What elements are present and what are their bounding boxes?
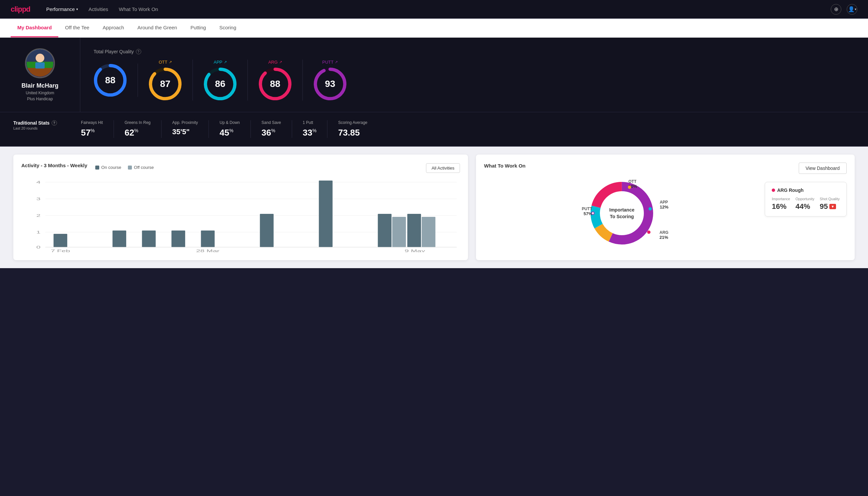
arrow-up-icon: ↗	[279, 60, 282, 64]
app-edge-dot	[648, 207, 652, 211]
app-logo: clippd	[11, 5, 30, 14]
player-handicap: Plus Handicap	[27, 97, 53, 101]
legend: On course Off course	[95, 165, 154, 170]
help-icon[interactable]: ?	[136, 49, 141, 54]
legend-dot-on-course	[95, 166, 99, 170]
nav-icons: ⊕ 👤 ▾	[831, 4, 857, 15]
donut-app: 86	[204, 67, 237, 100]
chevron-down-icon: ▾	[76, 7, 78, 11]
svg-rect-31	[260, 214, 273, 247]
tab-my-dashboard[interactable]: My Dashboard	[11, 19, 58, 37]
svg-text:28 Mar: 28 Mar	[196, 249, 220, 252]
stat-greens-in-reg: Greens In Reg 62%	[114, 120, 161, 138]
score-app-value: 86	[215, 79, 225, 89]
what-to-work-on-card: What To Work On View Dashboard	[476, 155, 855, 260]
svg-rect-26	[53, 234, 67, 247]
tab-bar: My Dashboard Off the Tee Approach Around…	[0, 19, 868, 37]
tab-scoring[interactable]: Scoring	[212, 19, 243, 37]
nav-links: Performance ▾ Activities What To Work On	[46, 6, 831, 12]
legend-dot-off-course	[128, 166, 132, 170]
score-overall: 88	[94, 64, 138, 97]
score-putt: PUTT ↗ 93	[303, 60, 358, 100]
svg-rect-32	[319, 181, 332, 247]
user-menu-button[interactable]: 👤 ▾	[847, 4, 857, 15]
putt-label-outside: PUTT 57%	[582, 206, 592, 216]
donut-arg: 88	[258, 67, 292, 100]
traditional-stats-group: Traditional Stats ? Last 20 rounds	[13, 120, 57, 130]
wtwo-card-header: What To Work On View Dashboard	[484, 162, 847, 174]
svg-rect-34	[392, 217, 406, 247]
tab-approach[interactable]: Approach	[96, 19, 130, 37]
nav-activities[interactable]: Activities	[89, 6, 108, 12]
putt-label: PUTT ↗	[322, 60, 338, 65]
svg-rect-27	[113, 231, 126, 247]
player-avatar	[25, 48, 55, 78]
help-icon[interactable]: ?	[52, 120, 57, 126]
arrow-up-icon: ↗	[224, 60, 227, 64]
svg-text:Importance: Importance	[609, 207, 634, 213]
svg-text:7 Feb: 7 Feb	[51, 249, 70, 252]
donut-putt: 93	[313, 67, 347, 100]
putt-edge-dot	[591, 212, 595, 215]
total-quality-label: Total Player Quality ?	[94, 49, 855, 54]
ott-edge-dot	[628, 186, 631, 189]
total-player-quality: Total Player Quality ? 88 OTT ↗	[94, 49, 855, 100]
add-button[interactable]: ⊕	[831, 4, 841, 15]
stats-bar: Traditional Stats ? Last 20 rounds Fairw…	[0, 112, 868, 146]
arrow-up-icon: ↗	[169, 60, 172, 64]
wtwo-title: What To Work On	[484, 163, 525, 169]
view-dashboard-button[interactable]: View Dashboard	[799, 162, 847, 174]
bar-chart: 4 3 2 1 0	[21, 179, 460, 252]
arg-label: ARG ↗	[268, 60, 282, 65]
hero-section: Blair McHarg United Kingdom Plus Handica…	[0, 37, 868, 112]
activity-card: Activity - 3 Months - Weekly On course O…	[13, 155, 468, 260]
all-activities-button[interactable]: All Activities	[426, 163, 460, 173]
svg-rect-28	[142, 231, 156, 247]
wtwo-donut-svg: Importance To Scoring	[585, 176, 659, 250]
arg-detail-title: ARG Rough	[772, 188, 840, 193]
detail-metrics: Importance 16% Opportunity 44% Shot Qual…	[772, 197, 840, 211]
opportunity-metric: Opportunity 44%	[795, 197, 815, 211]
tab-putting[interactable]: Putting	[184, 19, 213, 37]
player-name: Blair McHarg	[21, 82, 58, 89]
arg-detail-card: ARG Rough Importance 16% Opportunity 44%…	[765, 182, 847, 217]
stat-scoring-average: Scoring Average 73.85	[327, 120, 378, 138]
score-app: APP ↗ 86	[193, 60, 248, 100]
svg-text:4: 4	[36, 180, 41, 184]
bar-chart-svg: 4 3 2 1 0	[21, 179, 460, 252]
stat-sand-save: Sand Save 36%	[251, 120, 292, 138]
legend-off-course: Off course	[128, 165, 154, 170]
chevron-down-icon: ▾	[855, 7, 856, 11]
svg-text:To Scoring: To Scoring	[610, 214, 634, 219]
score-arg-value: 88	[270, 79, 280, 89]
arg-dot	[772, 188, 775, 192]
score-overall-value: 88	[105, 75, 115, 86]
nav-performance[interactable]: Performance ▾	[46, 6, 78, 12]
traditional-stats-period: Last 20 rounds	[13, 126, 57, 130]
stat-app-proximity: App. Proximity 35'5"	[161, 120, 209, 138]
top-navigation: clippd Performance ▾ Activities What To …	[0, 0, 868, 19]
donut-overall: 88	[94, 64, 127, 97]
ott-label: OTT ↗	[159, 60, 172, 65]
tab-around-the-green[interactable]: Around the Green	[130, 19, 184, 37]
plus-icon: ⊕	[834, 6, 838, 12]
stat-fairways-hit: Fairways Hit 57%	[70, 120, 114, 138]
nav-what-to-work-on[interactable]: What To Work On	[119, 6, 158, 12]
shot-quality-metric: Shot Quality 95 ▼	[820, 197, 840, 211]
content-area: Activity - 3 Months - Weekly On course O…	[0, 146, 868, 268]
player-info: Blair McHarg United Kingdom Plus Handica…	[13, 48, 67, 101]
donut-ott: 87	[148, 67, 182, 100]
svg-rect-36	[422, 217, 435, 247]
app-label: APP ↗	[214, 60, 226, 65]
traditional-stats-label: Traditional Stats ?	[13, 120, 57, 126]
player-country: United Kingdom	[26, 91, 54, 95]
score-ott-value: 87	[160, 79, 170, 89]
user-icon: 👤	[848, 6, 855, 12]
svg-rect-30	[201, 231, 215, 247]
svg-rect-33	[378, 214, 391, 247]
svg-text:1: 1	[36, 230, 41, 234]
svg-rect-35	[407, 214, 421, 247]
svg-point-45	[600, 191, 644, 235]
tab-off-the-tee[interactable]: Off the Tee	[58, 19, 96, 37]
activity-header-left: Activity - 3 Months - Weekly On course O…	[21, 162, 154, 173]
